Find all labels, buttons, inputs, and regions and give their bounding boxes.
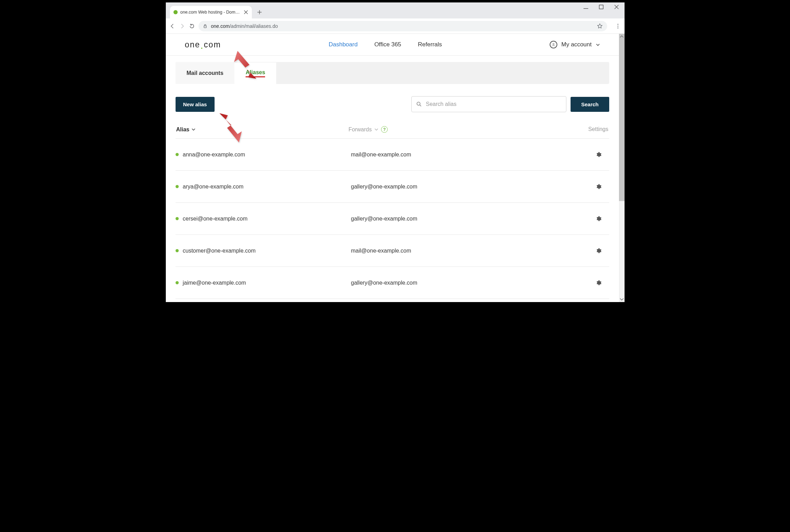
row-settings-button[interactable]: [595, 280, 609, 286]
tab-aliases[interactable]: Aliases: [234, 62, 276, 84]
gear-icon: [595, 184, 609, 190]
table-row: jaime@one-example.comgallery@one-example…: [176, 267, 609, 299]
forward-cell: gallery@one-example.com: [351, 216, 595, 222]
svg-line-14: [420, 105, 421, 106]
status-dot-icon: [176, 249, 179, 252]
scrollbar-up-icon[interactable]: [620, 34, 624, 39]
status-dot-icon: [176, 217, 179, 220]
col-forwards-label: Forwards: [349, 126, 372, 133]
tab-title: one.com Web hosting - Domain…: [180, 10, 241, 15]
search-alias-box[interactable]: [411, 96, 566, 112]
url-path: /admin/mail/aliases.do: [230, 23, 278, 29]
alias-cell: anna@one-example.com: [183, 152, 351, 158]
logo-dot-icon: .: [200, 39, 204, 51]
bookmark-star-icon[interactable]: [597, 23, 603, 29]
forward-cell: gallery@one-example.com: [351, 184, 595, 190]
window-maximize-icon[interactable]: [598, 4, 604, 10]
row-settings-button[interactable]: [595, 216, 609, 222]
forward-cell: mail@one-example.com: [351, 152, 595, 158]
table-row: arya@one-example.comgallery@one-example.…: [176, 171, 609, 203]
row-settings-button[interactable]: [595, 248, 609, 254]
help-icon[interactable]: ?: [381, 126, 388, 133]
nav-office365[interactable]: Office 365: [374, 41, 401, 48]
account-menu[interactable]: My account: [550, 41, 600, 48]
gear-icon: [595, 280, 609, 286]
action-row: New alias Search: [176, 96, 609, 112]
table-row: cersei@one-example.comgallery@one-exampl…: [176, 203, 609, 235]
search-input[interactable]: [426, 101, 562, 107]
col-forwards[interactable]: Forwards ?: [349, 126, 581, 133]
nav-dashboard[interactable]: Dashboard: [328, 41, 357, 48]
gear-icon: [595, 216, 609, 222]
browser-tab-strip: one.com Web hosting - Domain…: [166, 2, 625, 18]
lock-icon: [203, 24, 208, 29]
logo-right: com: [204, 40, 221, 49]
status-dot-icon: [176, 153, 179, 156]
browser-toolbar: one.com/admin/mail/aliases.do: [166, 18, 625, 34]
svg-point-10: [617, 25, 618, 26]
back-icon[interactable]: [169, 23, 176, 29]
gear-icon: [595, 152, 609, 158]
search-icon: [416, 101, 422, 107]
forward-icon: [179, 23, 185, 29]
window-controls: [583, 4, 620, 10]
url-domain: one.com: [211, 23, 230, 29]
reload-icon[interactable]: [189, 23, 195, 29]
svg-rect-8: [204, 26, 206, 28]
svg-point-9: [617, 24, 618, 25]
col-alias[interactable]: Alias: [176, 126, 349, 133]
row-settings-button[interactable]: [595, 184, 609, 190]
gear-icon: [595, 248, 609, 254]
scrollbar-down-icon[interactable]: [620, 297, 624, 301]
tab-mail-accounts[interactable]: Mail accounts: [176, 62, 235, 84]
alias-cell: jaime@one-example.com: [183, 280, 351, 286]
main-nav: Dashboard Office 365 Referrals: [328, 41, 442, 48]
favicon-icon: [173, 10, 178, 14]
chevron-down-icon: [374, 128, 378, 131]
browser-tab[interactable]: one.com Web hosting - Domain…: [170, 6, 252, 18]
forward-cell: mail@one-example.com: [351, 248, 595, 254]
col-settings-label: Settings: [588, 126, 609, 132]
tab-mail-label: Mail accounts: [187, 70, 224, 76]
browser-window: one.com Web hosting - Domain… one.com/ad…: [163, 0, 627, 304]
col-settings: Settings: [581, 126, 609, 133]
new-tab-button[interactable]: [255, 7, 264, 17]
alias-cell: arya@one-example.com: [183, 184, 351, 190]
col-alias-label: Alias: [176, 126, 189, 133]
alias-rows: anna@one-example.commail@one-example.com…: [176, 139, 609, 299]
forward-cell: gallery@one-example.com: [351, 280, 595, 286]
window-minimize-icon[interactable]: [583, 4, 589, 10]
table-row: anna@one-example.commail@one-example.com: [176, 139, 609, 171]
search-button[interactable]: Search: [571, 97, 609, 112]
window-close-icon[interactable]: [613, 4, 620, 10]
site-header: one.com Dashboard Office 365 Referrals M…: [166, 34, 619, 56]
table-header: Alias Forwards ? Settings: [176, 126, 609, 139]
account-label: My account: [561, 41, 592, 48]
tab-close-icon[interactable]: [243, 10, 248, 15]
svg-rect-1: [599, 5, 603, 9]
svg-point-11: [617, 27, 618, 28]
alias-cell: cersei@one-example.com: [183, 216, 351, 222]
section-tabs: Mail accounts Aliases: [176, 62, 609, 84]
page-content: one.com Dashboard Office 365 Referrals M…: [166, 34, 619, 302]
user-icon: [550, 41, 557, 48]
site-logo[interactable]: one.com: [185, 40, 221, 49]
tab-aliases-label: Aliases: [246, 69, 265, 77]
alias-cell: customer@one-example.com: [183, 248, 351, 254]
nav-referrals[interactable]: Referrals: [418, 41, 442, 48]
svg-point-12: [553, 44, 554, 45]
chevron-down-icon: [192, 128, 195, 131]
table-row: customer@one-example.commail@one-example…: [176, 235, 609, 267]
svg-point-13: [417, 102, 420, 105]
browser-menu-icon[interactable]: [615, 23, 621, 29]
logo-left: one: [185, 40, 200, 49]
new-alias-button[interactable]: New alias: [176, 97, 215, 112]
status-dot-icon: [176, 281, 179, 284]
status-dot-icon: [176, 185, 179, 188]
chevron-down-icon: [596, 43, 600, 47]
row-settings-button[interactable]: [595, 152, 609, 158]
scrollbar-thumb[interactable]: [619, 34, 625, 201]
address-bar[interactable]: one.com/admin/mail/aliases.do: [199, 21, 607, 31]
